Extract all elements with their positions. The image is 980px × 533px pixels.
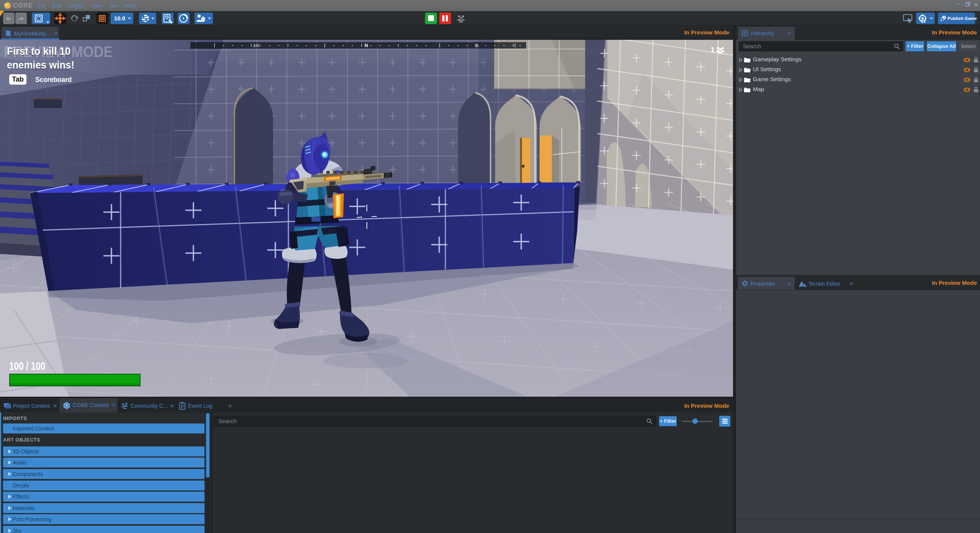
svg-text:N: N (365, 43, 368, 48)
svg-text:15: 15 (474, 44, 479, 48)
svg-text:345: 345 (253, 44, 260, 48)
